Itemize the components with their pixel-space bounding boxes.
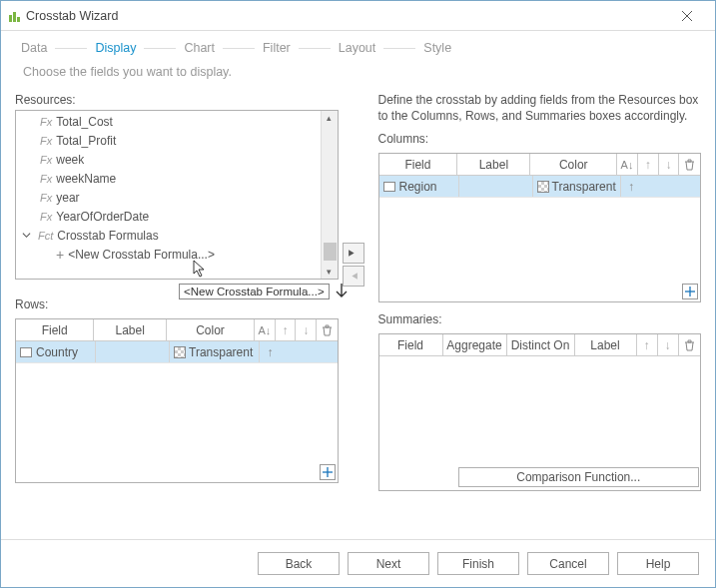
resource-item[interactable]: FxweekName bbox=[16, 169, 321, 188]
step-separator bbox=[144, 48, 176, 49]
finish-button[interactable]: Finish bbox=[437, 552, 519, 575]
resources-list[interactable]: FxTotal_Cost FxTotal_Profit Fxweek Fxwee… bbox=[15, 110, 339, 280]
new-crosstab-formula[interactable]: + <New Crosstab Formula...> bbox=[16, 245, 321, 264]
wizard-steps: Data Display Chart Filter Layout Style bbox=[1, 31, 715, 61]
step-separator bbox=[223, 48, 255, 49]
step-data[interactable]: Data bbox=[17, 41, 51, 55]
cols-col-field[interactable]: Field bbox=[379, 154, 458, 175]
fx-icon: Fx bbox=[40, 173, 52, 185]
col-color-value: Transparent bbox=[552, 180, 616, 194]
row-color-value: Transparent bbox=[189, 345, 253, 359]
cols-delete-button[interactable] bbox=[679, 154, 700, 175]
add-to-target-button[interactable] bbox=[343, 243, 364, 264]
rows-delete-button[interactable] bbox=[317, 319, 338, 340]
trash-icon bbox=[684, 159, 695, 171]
crosstab-wizard-window: Crosstab Wizard Data Display Chart Filte… bbox=[0, 0, 716, 588]
field-swatch-icon bbox=[383, 182, 395, 192]
resources-scrollbar[interactable]: ▴ ▾ bbox=[321, 111, 338, 279]
rows-sort-button[interactable]: A↓ bbox=[255, 319, 276, 340]
fx-icon: Fx bbox=[40, 135, 52, 147]
step-style[interactable]: Style bbox=[419, 41, 455, 55]
resources-tree: FxTotal_Cost FxTotal_Profit Fxweek Fxwee… bbox=[16, 111, 321, 279]
trash-icon bbox=[322, 324, 333, 336]
resource-item[interactable]: Fxyear bbox=[16, 188, 321, 207]
resource-item[interactable]: FxYearOfOrderDate bbox=[16, 207, 321, 226]
plus-icon: + bbox=[56, 247, 64, 263]
arrow-down-icon: ↓ bbox=[303, 323, 309, 337]
cancel-button[interactable]: Cancel bbox=[527, 552, 609, 575]
define-text: Define the crosstab by adding fields fro… bbox=[378, 93, 702, 132]
step-filter[interactable]: Filter bbox=[259, 41, 295, 55]
cols-col-label[interactable]: Label bbox=[457, 154, 530, 175]
next-button[interactable]: Next bbox=[348, 552, 429, 575]
cols-move-down-button[interactable]: ↓ bbox=[659, 154, 680, 175]
arrow-up-icon: ↑ bbox=[644, 338, 650, 352]
rows-col-color[interactable]: Color bbox=[167, 319, 255, 340]
cols-sort-button[interactable]: A↓ bbox=[617, 154, 638, 175]
columns-add-button[interactable] bbox=[682, 284, 698, 299]
rows-move-up-button[interactable]: ↑ bbox=[276, 319, 297, 340]
resource-item[interactable]: Fxweek bbox=[16, 150, 321, 169]
arrow-down-icon: ↓ bbox=[665, 338, 671, 352]
columns-label: Columns: bbox=[378, 132, 702, 146]
columns-grid[interactable]: Field Label Color A↓ ↑ ↓ Region Transpar… bbox=[378, 153, 702, 302]
arrow-up-icon: ↑ bbox=[645, 158, 651, 172]
rows-col-label[interactable]: Label bbox=[94, 319, 167, 340]
sums-delete-button[interactable] bbox=[679, 334, 700, 355]
dialog-body: Resources: FxTotal_Cost FxTotal_Profit F… bbox=[1, 93, 715, 506]
rows-add-button[interactable] bbox=[320, 464, 336, 480]
resource-group[interactable]: FctCrosstab Formulas bbox=[16, 226, 321, 245]
comparison-function-button[interactable]: Comparison Function... bbox=[458, 467, 700, 487]
help-button[interactable]: Help bbox=[617, 552, 699, 575]
rows-label: Rows: bbox=[15, 297, 339, 311]
titlebar: Crosstab Wizard bbox=[1, 1, 715, 31]
sums-move-down-button[interactable]: ↓ bbox=[658, 334, 679, 355]
back-button[interactable]: Back bbox=[258, 552, 340, 575]
close-button[interactable] bbox=[667, 2, 707, 30]
rows-col-field[interactable]: Field bbox=[16, 319, 94, 340]
right-column: Define the crosstab by adding fields fro… bbox=[378, 93, 702, 498]
sums-col-aggregate[interactable]: Aggregate bbox=[443, 334, 507, 355]
trash-icon bbox=[684, 339, 695, 351]
summaries-header: Field Aggregate Distinct On Label ↑ ↓ bbox=[379, 334, 701, 356]
sort-az-icon: A↓ bbox=[259, 324, 272, 336]
step-chart[interactable]: Chart bbox=[180, 41, 219, 55]
sums-col-field[interactable]: Field bbox=[379, 334, 443, 355]
arrow-down-icon: ↓ bbox=[665, 158, 671, 172]
rows-grid[interactable]: Field Label Color A↓ ↑ ↓ Country Transpa… bbox=[15, 318, 339, 483]
row-field-value: Country bbox=[36, 345, 78, 359]
transparency-swatch-icon bbox=[174, 346, 186, 358]
scroll-up-icon[interactable]: ▴ bbox=[322, 111, 338, 125]
sums-col-label[interactable]: Label bbox=[575, 334, 637, 355]
rows-move-down-button[interactable]: ↓ bbox=[296, 319, 317, 340]
fct-icon: Fct bbox=[38, 230, 53, 242]
sort-az-icon: A↓ bbox=[621, 159, 634, 171]
rows-data-row[interactable]: Country Transparent ↑ bbox=[16, 341, 338, 363]
sort-asc-icon: ↑ bbox=[268, 345, 274, 359]
left-column: Resources: FxTotal_Cost FxTotal_Profit F… bbox=[15, 93, 339, 498]
resource-item[interactable]: FxTotal_Profit bbox=[16, 131, 321, 150]
resource-item[interactable]: FxTotal_Cost bbox=[16, 112, 321, 131]
scrollbar-thumb[interactable] bbox=[324, 243, 337, 261]
fx-icon: Fx bbox=[40, 211, 52, 223]
col-field-value: Region bbox=[399, 180, 437, 194]
sums-move-up-button[interactable]: ↑ bbox=[637, 334, 658, 355]
drag-insert-indicator bbox=[335, 284, 349, 301]
step-layout[interactable]: Layout bbox=[335, 41, 380, 55]
sums-col-distinct[interactable]: Distinct On bbox=[507, 334, 575, 355]
transparency-swatch-icon bbox=[537, 181, 549, 193]
fx-icon: Fx bbox=[40, 154, 52, 166]
step-display[interactable]: Display bbox=[91, 41, 140, 55]
caret-down-icon bbox=[22, 231, 31, 240]
cols-move-up-button[interactable]: ↑ bbox=[638, 154, 659, 175]
window-title: Crosstab Wizard bbox=[26, 9, 667, 23]
cols-col-color[interactable]: Color bbox=[530, 154, 617, 175]
columns-data-row[interactable]: Region Transparent ↑ bbox=[379, 176, 701, 198]
rows-header: Field Label Color A↓ ↑ ↓ bbox=[16, 319, 338, 341]
summaries-label: Summaries: bbox=[378, 312, 702, 326]
step-separator bbox=[299, 48, 331, 49]
arrow-up-icon: ↑ bbox=[283, 323, 289, 337]
step-separator bbox=[55, 48, 87, 49]
step-separator bbox=[383, 48, 415, 49]
scroll-down-icon[interactable]: ▾ bbox=[322, 265, 338, 279]
